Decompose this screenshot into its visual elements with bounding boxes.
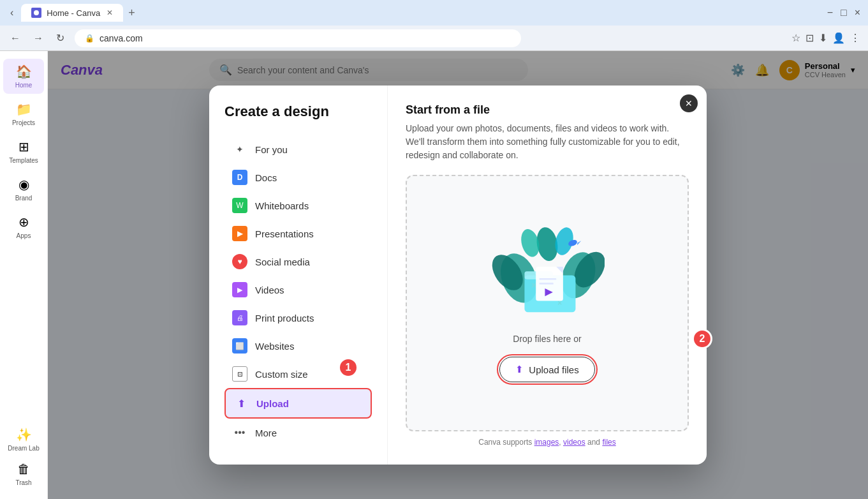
sidebar-item-apps[interactable]: ⊕ Apps bbox=[3, 209, 44, 244]
url-text: canva.com bbox=[99, 33, 143, 43]
menu-item-websites[interactable]: ⬜ Websites bbox=[224, 332, 372, 360]
sidebar-label-trash: Trash bbox=[15, 479, 31, 486]
menu-label-upload: Upload bbox=[256, 398, 289, 409]
menu-label-docs: Docs bbox=[255, 172, 277, 183]
profile-icon[interactable]: 👤 bbox=[832, 32, 845, 44]
tab-bar: Home - Canva ✕ + bbox=[16, 4, 827, 22]
menu-label-print: Print products bbox=[255, 313, 314, 324]
brand-icon: ◉ bbox=[18, 177, 29, 192]
minimize-btn[interactable]: − bbox=[827, 7, 833, 19]
menu-label-whiteboards: Whiteboards bbox=[255, 200, 309, 211]
sidebar-item-projects[interactable]: 📁 Projects bbox=[3, 96, 44, 131]
more-icon: ••• bbox=[232, 425, 247, 440]
menu-label-presentations: Presentations bbox=[255, 228, 314, 239]
sidebar-label-brand: Brand bbox=[15, 195, 33, 202]
tab-close-btn[interactable]: ✕ bbox=[107, 8, 113, 17]
main-content: Canva 🔍 ⚙️ 🔔 C Personal CCV Heaven ▾ bbox=[48, 51, 868, 499]
sidebar-item-brand[interactable]: ◉ Brand bbox=[3, 172, 44, 207]
trash-icon: 🗑 bbox=[17, 462, 30, 477]
menu-label-videos: Videos bbox=[255, 285, 284, 295]
upload-icon: ⬆ bbox=[233, 396, 249, 411]
active-tab[interactable]: Home - Canva ✕ bbox=[21, 4, 123, 22]
upload-illustration: × × bbox=[490, 221, 605, 324]
close-btn[interactable]: × bbox=[855, 7, 860, 19]
sidebar-label-apps: Apps bbox=[17, 232, 31, 239]
tab-title: Home - Canva bbox=[47, 8, 100, 18]
files-link[interactable]: files bbox=[602, 438, 615, 447]
foryou-icon: ✦ bbox=[232, 142, 247, 157]
home-icon: 🏠 bbox=[16, 64, 32, 79]
back-btn[interactable]: ← bbox=[8, 30, 23, 47]
menu-item-docs[interactable]: D Docs bbox=[224, 163, 372, 191]
panel-title: Start from a file bbox=[406, 103, 689, 117]
modal-right-panel: Start from a file Upload your own photos… bbox=[388, 86, 707, 465]
templates-icon: ⊞ bbox=[18, 139, 29, 154]
modal-close-btn[interactable]: ✕ bbox=[680, 94, 698, 112]
sidebar-item-trash[interactable]: 🗑 Trash bbox=[3, 457, 44, 491]
svg-point-0 bbox=[34, 10, 39, 15]
svg-rect-17 bbox=[540, 283, 554, 285]
sidebar-label-dreamlab: Dream Lab bbox=[8, 445, 39, 452]
sidebar-label-projects: Projects bbox=[12, 119, 35, 126]
refresh-btn[interactable]: ↻ bbox=[54, 29, 67, 47]
modal-title: Create a design bbox=[224, 103, 372, 120]
bookmark-icon[interactable]: ☆ bbox=[791, 32, 800, 44]
videos-link[interactable]: videos bbox=[563, 438, 585, 447]
extensions-icon[interactable]: ⊡ bbox=[805, 32, 814, 44]
menu-item-socialmedia[interactable]: ♥ Social media bbox=[224, 248, 372, 276]
url-box[interactable]: 🔒 canva.com bbox=[75, 29, 521, 47]
prev-tab-btn[interactable]: ‹ bbox=[8, 4, 16, 21]
sidebar-item-templates[interactable]: ⊞ Templates bbox=[3, 134, 44, 169]
drop-zone[interactable]: × × bbox=[406, 175, 689, 431]
socialmedia-icon: ♥ bbox=[232, 254, 247, 269]
projects-icon: 📁 bbox=[16, 101, 32, 117]
svg-point-7 bbox=[519, 227, 542, 259]
sidebar-label-home: Home bbox=[15, 82, 33, 89]
whiteboards-icon: W bbox=[232, 198, 247, 213]
menu-label-websites: Websites bbox=[255, 341, 294, 352]
window-controls: − □ × bbox=[827, 7, 860, 19]
menu-label-socialmedia: Social media bbox=[255, 257, 310, 267]
presentations-icon: ▶ bbox=[232, 226, 247, 241]
menu-item-videos[interactable]: ▶ Videos bbox=[224, 276, 372, 304]
modal-overlay[interactable]: ✕ Create a design ✦ For you D Docs bbox=[48, 51, 868, 499]
print-icon: 🖨 bbox=[232, 310, 247, 325]
images-link[interactable]: images bbox=[534, 438, 559, 447]
maximize-btn[interactable]: □ bbox=[841, 7, 847, 19]
svg-rect-16 bbox=[540, 278, 557, 280]
download-icon[interactable]: ⬇ bbox=[819, 32, 827, 44]
menu-item-print[interactable]: 🖨 Print products bbox=[224, 304, 372, 332]
supported-formats-text: Canva supports images, videos and files bbox=[406, 438, 689, 447]
menu-item-whiteboards[interactable]: W Whiteboards bbox=[224, 191, 372, 220]
forward-btn[interactable]: → bbox=[31, 30, 46, 47]
custom-icon: ⊡ bbox=[232, 366, 247, 382]
upload-files-btn[interactable]: ⬆ Upload files bbox=[499, 357, 594, 382]
menu-item-presentations[interactable]: ▶ Presentations bbox=[224, 220, 372, 248]
videos-icon: ▶ bbox=[232, 282, 247, 297]
app: 🏠 Home 📁 Projects ⊞ Templates ◉ Brand ⊕ … bbox=[0, 51, 868, 499]
sidebar-item-dreamlab[interactable]: ✨ Dream Lab bbox=[3, 422, 44, 457]
modal: ✕ Create a design ✦ For you D Docs bbox=[209, 86, 707, 465]
new-tab-btn[interactable]: + bbox=[123, 4, 140, 22]
menu-icon[interactable]: ⋮ bbox=[850, 32, 860, 44]
docs-icon: D bbox=[232, 170, 247, 185]
upload-button-wrapper: ⬆ Upload files bbox=[497, 354, 597, 385]
websites-icon: ⬜ bbox=[232, 338, 247, 354]
menu-item-upload[interactable]: ⬆ Upload bbox=[224, 388, 372, 419]
menu-item-foryou[interactable]: ✦ For you bbox=[224, 135, 372, 163]
browser-chrome: ‹ Home - Canva ✕ + − □ × ← → ↻ 🔒 canva.c… bbox=[0, 0, 868, 51]
menu-label-foryou: For you bbox=[255, 144, 288, 155]
svg-marker-9 bbox=[577, 241, 581, 245]
sidebar: 🏠 Home 📁 Projects ⊞ Templates ◉ Brand ⊕ … bbox=[0, 51, 48, 499]
panel-description: Upload your own photos, documents, files… bbox=[406, 122, 689, 162]
menu-item-more[interactable]: ••• More bbox=[224, 419, 372, 447]
dreamlab-icon: ✨ bbox=[16, 427, 32, 442]
upload-cloud-icon: ⬆ bbox=[515, 364, 524, 375]
menu-label-more: More bbox=[255, 428, 277, 438]
sidebar-bottom: ✨ Dream Lab 🗑 Trash bbox=[3, 422, 44, 491]
close-icon: ✕ bbox=[685, 98, 693, 108]
sidebar-item-home[interactable]: 🏠 Home bbox=[3, 59, 44, 94]
drop-label: Drop files here or bbox=[513, 334, 581, 344]
tab-favicon bbox=[31, 8, 41, 18]
menu-item-custom[interactable]: ⊡ Custom size bbox=[224, 360, 372, 388]
